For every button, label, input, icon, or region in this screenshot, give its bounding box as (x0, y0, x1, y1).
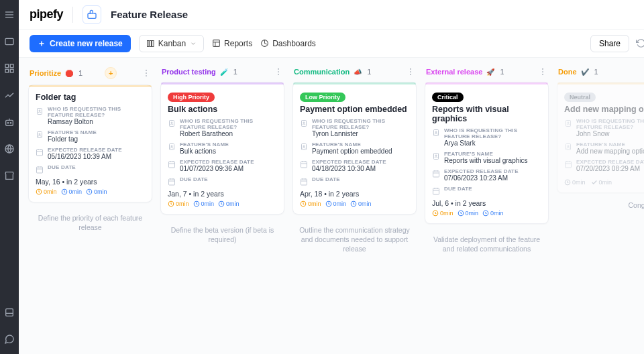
priority-badge: High Priority (168, 93, 215, 102)
requester-field-icon (300, 119, 308, 127)
column-more-icon[interactable] (406, 67, 415, 76)
nav-menu-icon[interactable] (0, 5, 19, 24)
svg-rect-7 (10, 69, 13, 72)
field-label: DUE DATE (312, 176, 340, 182)
field-value: Tyron Lannister (312, 130, 409, 137)
toolbar: Create new release Kanban Reports Dashbo… (19, 30, 644, 58)
svg-point-69 (303, 145, 305, 147)
requester-field: WHO IS REQUESTING THIS FEATURE RELEASE?T… (300, 118, 409, 137)
svg-rect-18 (147, 40, 149, 46)
view-selector[interactable]: Kanban (139, 35, 204, 52)
column-name: Prioritize (30, 69, 61, 77)
expected-date-field: EXPECTED RELEASE DATE07/06/2023 10:23 AM (432, 168, 541, 182)
expected-date-field-icon (564, 160, 572, 168)
svg-point-67 (303, 122, 305, 123)
column-name: Product testing (162, 68, 216, 76)
kanban-board: Prioritize🛑1+Folder tagWHO IS REQUESTING… (19, 58, 644, 354)
svg-point-83 (542, 74, 543, 75)
feature-field-icon (36, 131, 44, 139)
nav-analytics-icon[interactable] (0, 86, 19, 105)
history-icon[interactable] (636, 38, 644, 48)
field-value: 01/07/2023 09:36 AM (180, 165, 254, 172)
field-label: WHO IS REQUESTING THIS FEATURE RELEASE? (444, 127, 541, 139)
svg-point-81 (542, 68, 543, 70)
due-line: Jan, 7 • in 2 years (168, 190, 277, 198)
card[interactable]: NeutralAdd new mapping optionWHO IS REQU… (557, 82, 644, 193)
field-value: 05/16/2023 10:39 AM (48, 153, 122, 160)
chevron-down-icon (190, 40, 197, 47)
dashboards-link[interactable]: Dashboards (260, 39, 316, 48)
column-header: Communication📣1 (292, 64, 417, 82)
svg-point-29 (146, 75, 147, 76)
column: Communication📣1Low PriorityPayment optio… (292, 64, 417, 347)
card[interactable]: High PriorityBulk actionsWHO IS REQUESTI… (160, 82, 284, 215)
svg-rect-106 (566, 162, 572, 168)
timers: 0min0min0min (36, 188, 145, 195)
column-caption: Define the beta version (if beta is requ… (160, 220, 284, 244)
requester-field-icon (36, 107, 44, 115)
nav-bot-icon[interactable] (0, 113, 19, 131)
column-count: 1 (500, 68, 504, 76)
feature-field: FEATURE'S NAMEReports with visual graphi… (432, 151, 541, 164)
field-value: Ramsay Bolton (48, 118, 145, 125)
pipe-icon[interactable] (83, 5, 101, 24)
create-release-button[interactable]: Create new release (30, 35, 131, 52)
nav-inbox-icon[interactable] (0, 303, 19, 322)
field-label: DUE DATE (444, 186, 472, 192)
svg-rect-19 (150, 40, 152, 46)
column-more-icon[interactable] (274, 67, 283, 76)
column-more-icon[interactable] (538, 67, 547, 76)
column-header: Prioritize🛑1+ (28, 64, 152, 84)
column-emoji: ✔️ (581, 68, 589, 76)
timer-item: 0min (432, 210, 453, 217)
card-title: Folder tag (36, 93, 145, 102)
due-date-field: DUE DATE (300, 176, 409, 186)
field-value: Payment option embedded (312, 148, 392, 155)
share-button[interactable]: Share (590, 35, 629, 52)
nav-cards-icon[interactable] (0, 32, 19, 51)
requester-field-icon (168, 119, 176, 127)
timer-item: 0min (168, 200, 189, 207)
nav-chat-icon[interactable] (0, 330, 19, 349)
svg-rect-56 (169, 179, 175, 185)
field-label: EXPECTED RELEASE DATE (180, 159, 254, 165)
nav-globe-icon[interactable] (0, 139, 19, 158)
card[interactable]: Folder tagWHO IS REQUESTING THIS FEATURE… (28, 84, 152, 202)
topbar: pipefy Feature Release (19, 0, 644, 30)
due-date-field-icon (168, 178, 176, 186)
svg-point-9 (7, 123, 8, 123)
reports-link[interactable]: Reports (212, 39, 252, 48)
nav-store-icon[interactable] (0, 166, 19, 185)
due-date-field: DUE DATE (168, 176, 277, 186)
column: Product testing🧪1High PriorityBulk actio… (160, 64, 284, 347)
add-card-button[interactable]: + (105, 67, 117, 79)
svg-point-63 (410, 68, 411, 70)
feature-field-icon (300, 143, 308, 151)
field-label: EXPECTED RELEASE DATE (312, 159, 386, 165)
field-value: Reports with visual graphics (444, 157, 528, 164)
card[interactable]: Low PriorityPayment option embeddedWHO I… (292, 82, 417, 215)
reports-label: Reports (224, 39, 252, 48)
nav-grid-icon[interactable] (0, 59, 19, 78)
column-header: Done✔️1 (557, 64, 644, 82)
column-caption: Define the priority of each feature rele… (28, 208, 152, 232)
field-label: WHO IS REQUESTING THIS FEATURE RELEASE? (48, 106, 145, 118)
expected-date-field: EXPECTED RELEASE DATE04/18/2023 10:30 AM (300, 159, 409, 172)
field-value: Arya Stark (444, 139, 541, 147)
svg-point-85 (435, 131, 437, 133)
svg-point-87 (435, 155, 437, 156)
due-date-field: DUE DATE (36, 164, 145, 174)
divider (72, 7, 73, 23)
card[interactable]: CriticalReports with visual graphicsWHO … (425, 82, 549, 224)
timers: 0min0min0min (432, 210, 541, 217)
priority-badge: Critical (432, 93, 464, 102)
svg-rect-52 (169, 162, 175, 168)
field-value: 07/20/2023 08:29 AM (576, 165, 644, 172)
column-more-icon[interactable] (142, 68, 151, 78)
priority-badge: Low Priority (300, 93, 345, 102)
due-line: Apr, 18 • in 2 years (300, 190, 409, 198)
card-title: Reports with visual graphics (432, 105, 541, 123)
column-count: 1 (367, 68, 371, 76)
due-date-field: DUE DATE (432, 186, 541, 195)
logo[interactable]: pipefy (30, 7, 63, 21)
